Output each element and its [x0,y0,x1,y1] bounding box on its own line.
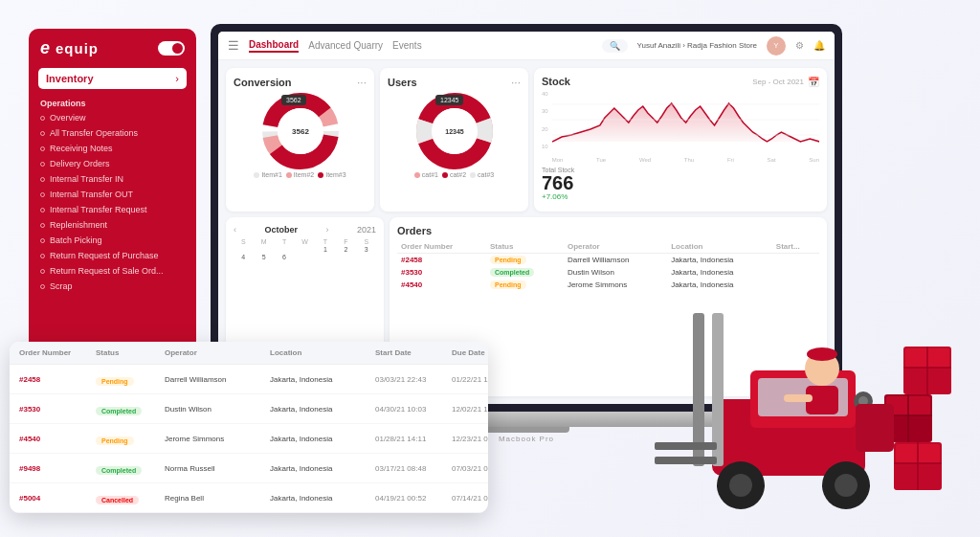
sidebar-item-9[interactable]: Return Request of Purchase [29,248,196,263]
legend-item-3: Item#3 [318,171,345,178]
ft-col-operator: Operator [165,348,270,357]
svg-text:3562: 3562 [292,127,309,136]
legend-item-2: Item#2 [286,171,314,178]
users-legend: cat#1 cat#2 cat#3 [388,171,521,178]
orders-cell-order-1: #3530 [397,266,486,279]
conversion-pie-container: 3562 3562 [234,93,367,169]
sidebar-label-1: All Transfer Operations [50,128,138,138]
ft-col-location: Location [270,348,375,357]
sidebar-label-7: Replenishment [50,220,107,230]
orders-cell-status-0: Pending [486,254,564,267]
notification-icon[interactable]: 🔔 [813,40,825,51]
cal-day-6[interactable]: 6 [275,254,294,260]
svg-point-15 [729,474,752,497]
cal-day-2[interactable]: 2 [336,246,355,253]
sidebar-dot-4 [40,177,45,182]
sidebar-label-9: Return Request of Purchase [50,251,159,260]
ft-status-badge-1: Completed [96,407,142,415]
sidebar-item-1[interactable]: All Transfer Operations [29,125,196,141]
stock-total-value: 766 [542,173,819,192]
hamburger-icon[interactable]: ☰ [228,38,239,53]
cal-day-name-t2: T [316,238,335,245]
sidebar-label-0: Overview [50,113,86,123]
ft-row-2[interactable]: #4540 Pending Jerome Simmons Jakarta, In… [10,424,488,454]
floating-table-body: #2458 Pending Darrell Williamson Jakarta… [10,365,488,513]
sidebar-item-10[interactable]: Return Request of Sale Ord... [29,263,196,279]
sidebar-label-5: Internal Transfer OUT [50,190,133,199]
sidebar-item-11[interactable]: Scrap [29,279,196,294]
conversion-legend: Item#1 Item#2 Item#3 [234,171,367,178]
users-more-icon[interactable]: ··· [511,76,521,89]
orders-col-number: Order Number [397,240,486,254]
sidebar-item-2[interactable]: Receiving Notes [29,141,196,156]
ft-status-4: Cancelled [96,489,165,506]
sidebar-label-11: Scrap [50,281,73,291]
search-bar[interactable]: 🔍 [602,39,628,53]
tab-dashboard[interactable]: Dashboard [249,39,299,53]
users-legend-label-3: cat#3 [478,171,494,178]
ft-order-2: #4540 [19,435,96,443]
sidebar-dot-8 [40,238,45,243]
ft-order-4: #5004 [19,494,96,503]
sidebar-item-5[interactable]: Internal Transfer OUT [29,187,196,202]
stock-change: +7.06% [542,192,819,201]
sidebar-dot-6 [40,208,45,213]
orders-col-start: Start... [772,240,819,254]
status-badge-2: Pending [490,280,526,289]
ft-row-4[interactable]: #5004 Cancelled Regina Bell Jakarta, Ind… [10,483,488,513]
users-pie-container: 12345 12345 [388,93,521,169]
cal-day-1[interactable]: 1 [316,246,335,253]
cal-empty-1: . [234,246,253,253]
sidebar-item-0[interactable]: Overview [29,110,196,125]
ft-order-0: #2458 [19,375,96,384]
calendar-icon[interactable]: 📅 [808,77,819,87]
inventory-button[interactable]: Inventory › [38,68,187,89]
sidebar-item-3[interactable]: Delivery Orders [29,156,196,171]
ft-row-3[interactable]: #9498 Completed Norma Russell Jakarta, I… [10,454,488,483]
cal-day-5[interactable]: 5 [254,254,273,260]
sidebar-item-6[interactable]: Internal Transfer Request [29,202,196,217]
toggle-switch[interactable] [158,41,185,56]
ft-status-badge-3: Completed [96,466,142,475]
ft-due-3: 07/03/21 07:37 [452,464,488,473]
orders-cell-order-2: #4540 [397,279,486,291]
topbar: ☰ Dashboard Advanced Quarry Events 🔍 Yus… [218,32,835,60]
users-legend-2: cat#2 [442,171,466,178]
conversion-more-icon[interactable]: ··· [357,76,367,89]
sidebar-label-2: Receiving Notes [50,144,113,153]
sidebar-label-4: Internal Transfer IN [50,174,123,184]
ft-status-0: Pending [96,370,165,388]
tab-events[interactable]: Events [392,40,422,51]
stock-total-label: Total Stock [542,167,819,173]
cal-day-4[interactable]: 4 [234,254,253,260]
ft-due-1: 12/02/21 14:58 [452,405,488,414]
calendar-year: 2021 [357,225,376,235]
operations-section-label: Operations [29,97,196,110]
sidebar-label-3: Delivery Orders [50,159,110,168]
floating-table-card: Order Number Status Operator Location St… [10,342,488,513]
cal-prev-icon[interactable]: ‹ [234,225,236,235]
cal-empty-3: . [275,246,294,253]
cal-day-3[interactable]: 3 [357,246,376,253]
stock-total-area: Total Stock 766 +7.06% [542,167,819,201]
ft-location-3: Jakarta, Indonesia [270,464,375,473]
svg-rect-20 [655,442,717,450]
ft-row-1[interactable]: #3530 Completed Dustin Wilson Jakarta, I… [10,394,488,424]
users-legend-1: cat#1 [414,171,438,178]
avatar: Y [767,36,786,56]
ft-status-badge-0: Pending [96,377,134,386]
sidebar-item-7[interactable]: Replenishment [29,217,196,233]
ft-start-4: 04/19/21 00:52 [375,494,452,503]
cal-next-icon[interactable]: › [325,225,328,235]
stock-title: Stock [542,76,570,87]
cal-day-name-s: S [234,238,253,245]
settings-icon[interactable]: ⚙ [795,40,804,51]
sidebar-dot-2 [40,146,45,151]
tab-advanced-quarry[interactable]: Advanced Quarry [308,40,383,51]
ft-operator-1: Dustin Wilson [165,405,270,414]
sidebar-item-4[interactable]: Internal Transfer IN [29,171,196,187]
ft-row-0[interactable]: #2458 Pending Darrell Williamson Jakarta… [10,365,488,394]
charts-row: Conversion ··· 3562 [226,68,827,212]
sidebar-item-8[interactable]: Batch Picking [29,233,196,248]
svg-text:12345: 12345 [445,128,464,135]
